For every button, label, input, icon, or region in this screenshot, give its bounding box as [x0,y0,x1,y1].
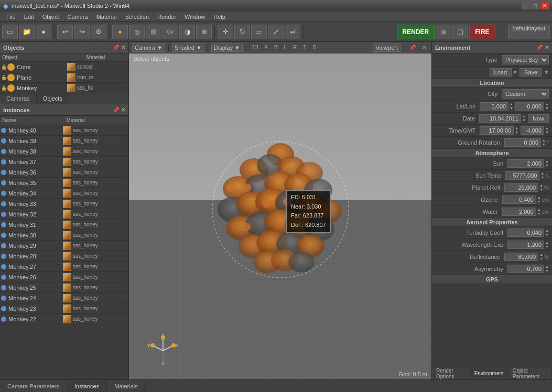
lat-input[interactable] [480,102,508,111]
shaded-dropdown[interactable]: Shaded ▼ [172,43,204,52]
maximize-button[interactable]: □ [531,2,539,9]
asymmetry-input[interactable] [507,265,544,273]
instance-row[interactable]: Monkey.29 sss_honey [0,241,128,251]
new-button[interactable]: ▭ [2,25,18,39]
lens-button[interactable]: ⊕ [196,25,212,39]
instances-close-icon[interactable]: ✕ [121,107,125,113]
lon-input[interactable] [515,102,544,111]
instance-row[interactable]: Monkey.36 sss_honey [0,167,128,178]
menu-help[interactable]: Help [209,13,230,21]
menu-window[interactable]: Window [180,13,209,21]
wavelength-spinner[interactable]: ▲▼ [545,241,549,249]
undo-button[interactable]: ↩ [57,25,73,39]
asymmetry-spinner[interactable]: ▲▼ [545,265,549,273]
camera-dropdown[interactable]: Camera ▼ [132,43,165,52]
menu-camera[interactable]: Camera [63,13,92,21]
instance-row[interactable]: Monkey.30 sss_honey [0,230,128,241]
reflectance-input[interactable] [504,253,538,261]
planetrefl-spinner[interactable]: ▲▼ [539,183,543,192]
menu-edit[interactable]: Edit [20,13,38,21]
settings-button[interactable]: ⚙ [91,25,106,39]
city-select[interactable]: Custom [502,89,549,99]
objects-close-icon[interactable]: ✕ [121,45,125,50]
fire-button[interactable]: FIRE [469,25,495,39]
right-tab-environment[interactable]: Environment [470,368,508,378]
load-arrow[interactable]: ▼ [513,70,517,75]
menu-file[interactable]: File [2,13,20,21]
water-input[interactable] [502,208,536,216]
sun-spinner[interactable]: ▲▼ [545,159,549,168]
right-tab-object-parameters[interactable]: Object Parameters [508,366,552,382]
turbidity-input[interactable] [507,228,544,237]
env-close-icon[interactable]: ✕ [545,45,549,50]
bottom-tab-instances[interactable]: Instances [67,381,107,391]
wavelength-input[interactable] [507,241,544,249]
save-arrow[interactable]: ▼ [544,70,549,75]
menu-material[interactable]: Material [92,13,121,21]
object-row[interactable]: 🔒 Cone concer [0,62,128,72]
menu-object[interactable]: Object [38,13,63,21]
date-input[interactable] [479,114,521,123]
rotate-button[interactable]: ↻ [234,25,250,39]
view-d-button[interactable]: D [310,44,318,51]
planetrefl-input[interactable] [504,183,538,192]
render-region-button[interactable]: ▢ [452,25,468,39]
turbidity-spinner[interactable]: ▲▼ [545,228,549,237]
instance-row[interactable]: Monkey.35 sss_honey [0,178,128,188]
instance-row[interactable]: Monkey.25 sss_honey [0,282,128,293]
now-button[interactable]: Now [528,114,549,123]
time-input[interactable] [480,126,514,135]
save-button[interactable]: Save [519,68,542,77]
instance-row[interactable]: Monkey.26 sss_honey [0,272,128,282]
instance-row[interactable]: Monkey.28 sss_honey [0,251,128,262]
sphere2-button[interactable]: ◑ [179,25,195,39]
lon-spinner[interactable]: ▲▼ [545,102,549,111]
suntemp-input[interactable] [505,171,539,180]
objects-pin-icon[interactable]: 📌 [113,45,119,50]
save-button[interactable]: ● [36,25,51,39]
bottom-tab-materials[interactable]: Materials [107,381,146,391]
ozone-input[interactable] [502,195,536,204]
reflectance-spinner[interactable]: ▲▼ [539,253,543,261]
close-button[interactable]: ✕ [540,2,549,9]
instance-row[interactable]: Monkey.39 sss_honey [0,136,128,146]
ozone-spinner[interactable]: ▲▼ [537,195,541,204]
bottom-tab-camera-parameters[interactable]: Camera Parameters [0,381,67,391]
instance-row[interactable]: Monkey.23 sss_honey [0,303,128,314]
date-spinner[interactable]: ▲▼ [522,114,526,123]
tab-objects[interactable]: Objects [37,93,69,104]
instance-row[interactable]: Monkey.24 sss_honey [0,293,128,303]
viewport-dropdown[interactable]: Viewport [373,43,401,52]
gmt-spinner[interactable]: ▲▼ [545,126,549,135]
gmt-input[interactable] [521,126,544,135]
instance-row[interactable]: Monkey.34 sss_honey [0,188,128,199]
ground-spinner[interactable]: ▲▼ [542,138,546,147]
instance-row[interactable]: Monkey.40 sss_honey [0,125,128,136]
viewport-content[interactable]: Select objects [129,53,431,379]
instance-row[interactable]: Monkey.27 sss_honey [0,262,128,272]
sun-input[interactable] [507,159,544,168]
viewport-pin-icon[interactable]: 📌 [407,44,418,51]
instance-row[interactable]: Monkey.31 sss_honey [0,220,128,230]
type-select[interactable]: Physical Sky [502,55,549,64]
sphere-button[interactable]: ● [112,25,128,39]
viewport-close-icon[interactable]: ✕ [420,44,428,51]
open-button[interactable]: 📁 [19,25,35,39]
view-b-button[interactable]: B [272,44,280,51]
display-dropdown[interactable]: Display ▼ [211,43,243,52]
move-button[interactable]: ✛ [218,25,233,39]
object-row[interactable]: 🔒 Plane tron_m [0,72,128,83]
redo-button[interactable]: ↪ [74,25,90,39]
menu-render[interactable]: Render [153,13,180,21]
layout-selector[interactable]: defaultlayout [508,25,550,39]
right-tab-render-options[interactable]: Render Options [432,366,470,382]
object-row[interactable]: 🔒 Monkey sss_ho [0,83,128,93]
lat-spinner[interactable]: ▲▼ [510,102,513,111]
view-3d-button[interactable]: 3D [250,44,261,51]
uv-button[interactable]: UV [163,25,178,39]
render-button[interactable]: RENDER [397,25,435,39]
instance-row[interactable]: Monkey.22 sss_honey [0,314,128,324]
instance-row[interactable]: Monkey.33 sss_honey [0,199,128,209]
minimize-button[interactable]: ─ [522,2,530,9]
load-button[interactable]: Load [490,68,512,77]
